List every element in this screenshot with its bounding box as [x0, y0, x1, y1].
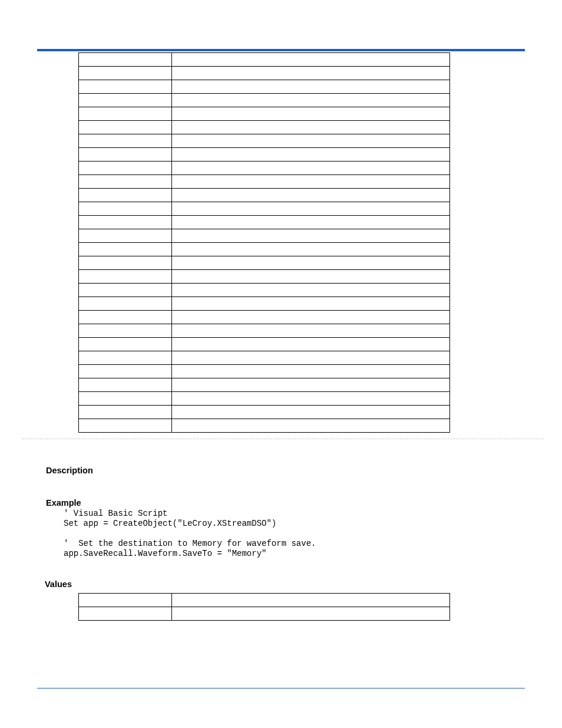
value-desc-cell — [171, 53, 449, 67]
value-name-cell — [79, 419, 172, 433]
value-desc-cell — [171, 594, 449, 607]
value-desc-cell — [171, 148, 449, 162]
value-desc-cell — [171, 607, 449, 621]
table-row — [79, 338, 450, 351]
value-name-cell — [79, 284, 172, 297]
value-desc-cell — [171, 67, 449, 80]
value-desc-cell — [171, 284, 449, 297]
value-name-cell — [79, 229, 172, 243]
table-row — [79, 297, 450, 311]
value-name-cell — [79, 107, 172, 121]
value-desc-cell — [171, 419, 449, 433]
value-name-cell — [79, 243, 172, 256]
value-name-cell — [79, 324, 172, 338]
value-desc-cell — [171, 297, 449, 311]
section-divider-dashed — [22, 439, 544, 439]
value-desc-cell — [171, 107, 449, 121]
value-name-cell — [79, 134, 172, 148]
table-row — [79, 67, 450, 80]
value-desc-cell — [171, 121, 449, 134]
table-row — [79, 107, 450, 121]
value-desc-cell — [171, 311, 449, 324]
table-row — [79, 311, 450, 324]
table-row — [79, 216, 450, 229]
value-desc-cell — [171, 80, 449, 94]
table-row — [79, 243, 450, 256]
value-name-cell — [79, 256, 172, 270]
value-name-cell — [79, 594, 172, 607]
value-name-cell — [79, 53, 172, 67]
value-name-cell — [79, 297, 172, 311]
value-desc-cell — [171, 175, 449, 189]
table-row — [79, 256, 450, 270]
bottom-footer-rule — [37, 688, 525, 689]
table-row — [79, 270, 450, 284]
value-desc-cell — [171, 338, 449, 351]
value-name-cell — [79, 338, 172, 351]
values-table-lower — [78, 593, 450, 621]
value-name-cell — [79, 162, 172, 175]
value-desc-cell — [171, 202, 449, 216]
value-name-cell — [79, 175, 172, 189]
value-name-cell — [79, 378, 172, 392]
value-name-cell — [79, 148, 172, 162]
value-name-cell — [79, 406, 172, 419]
value-desc-cell — [171, 162, 449, 175]
values-table-upper — [78, 52, 450, 433]
value-desc-cell — [171, 351, 449, 365]
value-desc-cell — [171, 134, 449, 148]
table-row — [79, 229, 450, 243]
value-desc-cell — [171, 94, 449, 107]
value-name-cell — [79, 94, 172, 107]
table-row — [79, 80, 450, 94]
table-row — [79, 392, 450, 406]
value-desc-cell — [171, 243, 449, 256]
table-row — [79, 202, 450, 216]
value-name-cell — [79, 365, 172, 378]
value-name-cell — [79, 351, 172, 365]
table-row — [79, 148, 450, 162]
value-name-cell — [79, 311, 172, 324]
table-row — [79, 365, 450, 378]
example-heading: Example — [46, 498, 81, 508]
value-desc-cell — [171, 406, 449, 419]
table-row — [79, 94, 450, 107]
value-name-cell — [79, 607, 172, 621]
value-name-cell — [79, 80, 172, 94]
value-name-cell — [79, 67, 172, 80]
value-name-cell — [79, 216, 172, 229]
value-name-cell — [79, 270, 172, 284]
value-desc-cell — [171, 270, 449, 284]
table-row — [79, 175, 450, 189]
description-heading: Description — [46, 466, 93, 475]
values-heading: Values — [45, 579, 72, 589]
table-row — [79, 324, 450, 338]
table-row — [79, 284, 450, 297]
table-row — [79, 121, 450, 134]
value-desc-cell — [171, 229, 449, 243]
table-row — [79, 607, 450, 621]
value-desc-cell — [171, 216, 449, 229]
table-row — [79, 351, 450, 365]
table-row — [79, 378, 450, 392]
value-desc-cell — [171, 378, 449, 392]
value-desc-cell — [171, 392, 449, 406]
value-desc-cell — [171, 256, 449, 270]
value-desc-cell — [171, 365, 449, 378]
value-name-cell — [79, 202, 172, 216]
table-row — [79, 134, 450, 148]
table-row — [79, 53, 450, 67]
example-code-block: ' Visual Basic Script Set app = CreateOb… — [64, 509, 316, 559]
table-row — [79, 406, 450, 419]
value-desc-cell — [171, 189, 449, 202]
table-row — [79, 419, 450, 433]
value-name-cell — [79, 392, 172, 406]
table-row — [79, 162, 450, 175]
table-row — [79, 594, 450, 607]
document-page: Description Example ' Visual Basic Scrip… — [0, 0, 562, 728]
top-header-rule — [37, 49, 525, 51]
value-name-cell — [79, 189, 172, 202]
table-row — [79, 189, 450, 202]
value-desc-cell — [171, 324, 449, 338]
value-name-cell — [79, 121, 172, 134]
